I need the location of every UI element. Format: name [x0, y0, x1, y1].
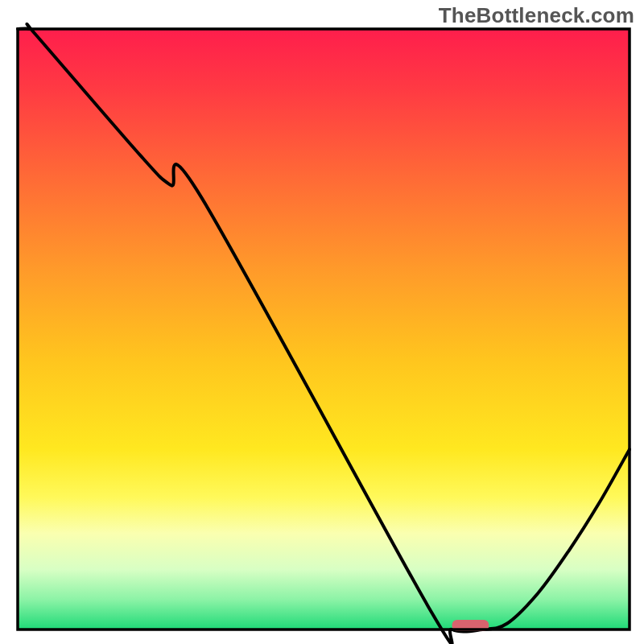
chart-stage: TheBottleneck.com	[0, 0, 644, 644]
bottleneck-chart	[0, 0, 644, 644]
